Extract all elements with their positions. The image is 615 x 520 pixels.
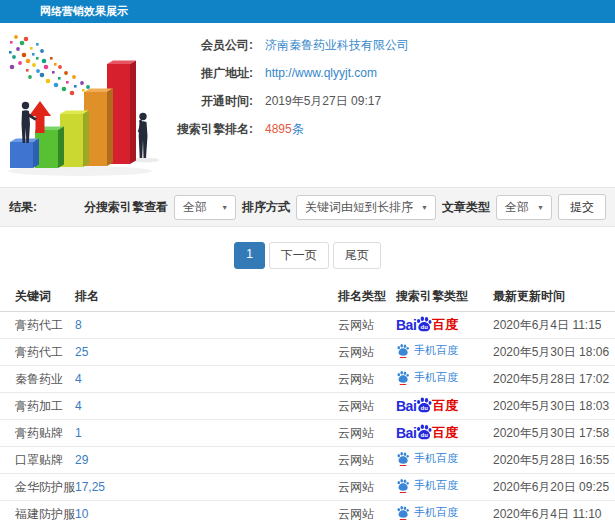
keyword-cell: 膏药贴牌 bbox=[0, 420, 75, 447]
baidu-paw-icon bbox=[396, 343, 410, 359]
rank-link[interactable]: 4 bbox=[75, 399, 82, 413]
engine-cell: Baidu百度 bbox=[396, 420, 493, 447]
updated-cell: 2020年5月30日 18:06 bbox=[493, 339, 615, 366]
bar-chart-illustration bbox=[0, 27, 175, 183]
businessman-figure bbox=[22, 102, 37, 143]
rank-count-value: 4895 bbox=[265, 122, 292, 136]
engine-select[interactable]: 全部 ▼ bbox=[174, 195, 236, 220]
baidu-paw-icon: du bbox=[415, 396, 433, 414]
table-row: 福建防护服10云网站手机百度2020年6月4日 11:10 bbox=[0, 501, 615, 520]
keyword-cell: 福建防护服 bbox=[0, 501, 75, 520]
info-row-url: 推广地址: http://www.qlyyjt.com bbox=[173, 59, 409, 87]
caret-down-icon: ▼ bbox=[221, 204, 228, 211]
baidu-mobile-logo: 手机百度 bbox=[396, 451, 458, 467]
submit-button[interactable]: 提交 bbox=[558, 194, 606, 220]
engine-cell: Baidu百度 bbox=[396, 393, 493, 420]
engine-select-value: 全部 bbox=[183, 199, 207, 216]
rank-link[interactable]: 25 bbox=[75, 345, 88, 359]
open-time-label: 开通时间: bbox=[173, 93, 253, 110]
baidu-pc-logo: Baidu百度 bbox=[396, 396, 458, 417]
table-row: 金华防护服17,25云网站手机百度2020年6月20日 09:25 bbox=[0, 474, 615, 501]
svg-text:du: du bbox=[421, 405, 429, 411]
engine-cell: 手机百度 bbox=[396, 339, 493, 366]
svg-text:du: du bbox=[421, 324, 429, 330]
col-keyword: 关键词 bbox=[0, 281, 75, 312]
engine-cell: 手机百度 bbox=[396, 501, 493, 520]
open-time-value: 2019年5月27日 09:17 bbox=[265, 93, 381, 110]
baidu-paw-icon bbox=[396, 370, 410, 386]
table-row: 膏药加工4云网站Baidu百度2020年5月30日 18:03 bbox=[0, 393, 615, 420]
thinking-figure bbox=[138, 113, 148, 158]
sort-select[interactable]: 关键词由短到长排序 ▼ bbox=[296, 195, 436, 220]
rank-link[interactable]: 4 bbox=[75, 372, 82, 386]
rank-type-cell: 云网站 bbox=[338, 339, 396, 366]
rank-link[interactable]: 1 bbox=[75, 426, 82, 440]
page-1-button[interactable]: 1 bbox=[234, 242, 265, 269]
keyword-cell: 膏药代工 bbox=[0, 339, 75, 366]
rank-type-cell: 云网站 bbox=[338, 420, 396, 447]
rank-cell: 4 bbox=[75, 393, 338, 420]
last-page-button[interactable]: 尾页 bbox=[333, 242, 381, 269]
updated-cell: 2020年6月4日 11:15 bbox=[493, 312, 615, 339]
svg-text:du: du bbox=[421, 432, 429, 438]
col-rank: 排名 bbox=[75, 281, 338, 312]
info-row-open-time: 开通时间: 2019年5月27日 09:17 bbox=[173, 87, 409, 115]
rank-link[interactable]: 29 bbox=[75, 453, 88, 467]
baidu-mobile-logo: 手机百度 bbox=[396, 478, 458, 494]
titlebar: 网络营销效果展示 bbox=[0, 0, 615, 23]
article-type-select[interactable]: 全部 ▼ bbox=[496, 195, 552, 220]
info-section: 会员公司: 济南秦鲁药业科技有限公司 推广地址: http://www.qlyy… bbox=[0, 23, 615, 187]
filter-controls: 分搜索引擎查看 全部 ▼ 排序方式 关键词由短到长排序 ▼ 文章类型 全部 ▼ … bbox=[84, 194, 606, 220]
table-row: 膏药贴牌1云网站Baidu百度2020年5月30日 17:58 bbox=[0, 420, 615, 447]
engine-cell: 手机百度 bbox=[396, 366, 493, 393]
rank-type-cell: 云网站 bbox=[338, 312, 396, 339]
baidu-pc-logo: Baidu百度 bbox=[396, 315, 458, 336]
sort-label: 排序方式 bbox=[242, 199, 290, 216]
rank-cell: 10 bbox=[75, 501, 338, 520]
baidu-mobile-logo: 手机百度 bbox=[396, 505, 458, 520]
rank-link[interactable]: 8 bbox=[75, 318, 82, 332]
keyword-cell: 金华防护服 bbox=[0, 474, 75, 501]
company-info: 会员公司: 济南秦鲁药业科技有限公司 推广地址: http://www.qlyy… bbox=[173, 31, 409, 143]
next-page-button[interactable]: 下一页 bbox=[269, 242, 329, 269]
company-name-link[interactable]: 济南秦鲁药业科技有限公司 bbox=[265, 37, 409, 54]
col-updated: 最新更新时间 bbox=[493, 281, 615, 312]
engine-cell: 手机百度 bbox=[396, 447, 493, 474]
table-row: 膏药代工25云网站手机百度2020年5月30日 18:06 bbox=[0, 339, 615, 366]
rank-cell: 17,25 bbox=[75, 474, 338, 501]
rank-cell: 29 bbox=[75, 447, 338, 474]
info-row-rank-count: 搜索引擎排名: 4895 条 bbox=[173, 115, 409, 143]
baidu-paw-icon: du bbox=[415, 315, 433, 333]
rank-cell: 1 bbox=[75, 420, 338, 447]
pagination: 1 下一页 尾页 bbox=[0, 242, 615, 269]
url-label: 推广地址: bbox=[173, 65, 253, 82]
caret-down-icon: ▼ bbox=[421, 204, 428, 211]
keyword-cell: 膏药代工 bbox=[0, 312, 75, 339]
info-row-company: 会员公司: 济南秦鲁药业科技有限公司 bbox=[173, 31, 409, 59]
rank-type-cell: 云网站 bbox=[338, 474, 396, 501]
promo-url-link[interactable]: http://www.qlyyjt.com bbox=[265, 66, 377, 80]
filter-bar: 结果: 分搜索引擎查看 全部 ▼ 排序方式 关键词由短到长排序 ▼ 文章类型 全… bbox=[0, 187, 615, 227]
updated-cell: 2020年5月30日 18:03 bbox=[493, 393, 615, 420]
baidu-mobile-logo: 手机百度 bbox=[396, 343, 458, 359]
updated-cell: 2020年5月28日 17:02 bbox=[493, 366, 615, 393]
page-title: 网络营销效果展示 bbox=[40, 5, 128, 17]
keyword-cell: 秦鲁药业 bbox=[0, 366, 75, 393]
table-row: 膏药代工8云网站Baidu百度2020年6月4日 11:15 bbox=[0, 312, 615, 339]
rank-link[interactable]: 10 bbox=[75, 507, 88, 520]
col-engine-type: 搜索引擎类型 bbox=[396, 281, 493, 312]
baidu-paw-icon bbox=[396, 505, 410, 520]
rank-type-cell: 云网站 bbox=[338, 501, 396, 520]
table-row: 秦鲁药业4云网站手机百度2020年5月28日 17:02 bbox=[0, 366, 615, 393]
company-label: 会员公司: bbox=[173, 37, 253, 54]
rank-cell: 4 bbox=[75, 366, 338, 393]
updated-cell: 2020年5月28日 16:55 bbox=[493, 447, 615, 474]
sort-select-value: 关键词由短到长排序 bbox=[305, 199, 413, 216]
rank-count-suffix: 条 bbox=[292, 121, 304, 138]
baidu-paw-icon bbox=[396, 478, 410, 494]
rank-type-cell: 云网站 bbox=[338, 393, 396, 420]
engine-cell: 手机百度 bbox=[396, 474, 493, 501]
article-type-label: 文章类型 bbox=[442, 199, 490, 216]
col-rank-type: 排名类型 bbox=[338, 281, 396, 312]
rank-link[interactable]: 17,25 bbox=[75, 480, 105, 494]
